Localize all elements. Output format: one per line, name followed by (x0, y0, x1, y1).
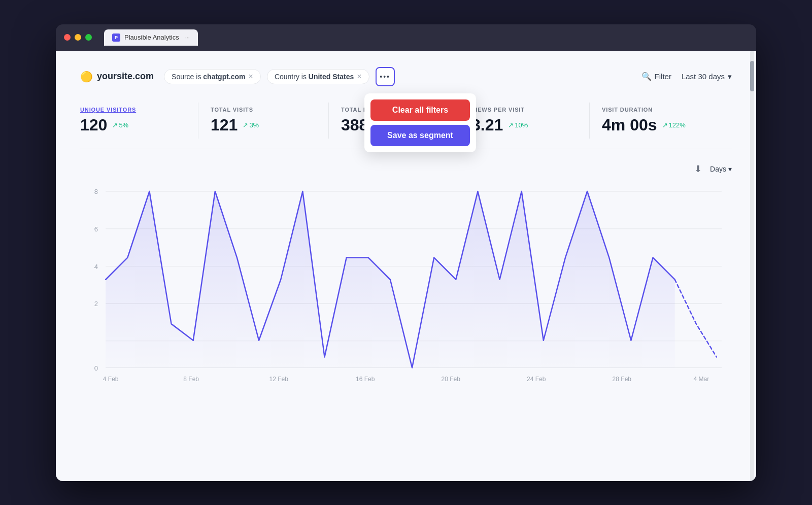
filter-button[interactable]: 🔍 Filter (641, 72, 671, 81)
stat-total-visits-change: ↗ 3% (243, 121, 259, 129)
stat-unique-visitors-change: ↗ 5% (112, 121, 128, 129)
stat-unique-visitors-value: 120 (80, 116, 107, 134)
stat-views-per-visit: VIEWS PER VISIT 3.21 ↗ 10% (471, 103, 590, 139)
svg-text:0: 0 (94, 364, 98, 372)
svg-text:4 Feb: 4 Feb (103, 375, 119, 382)
svg-text:8 Feb: 8 Feb (183, 375, 199, 382)
stat-total-visits-value-row: 121 ↗ 3% (211, 116, 316, 134)
stat-visit-duration: VISIT DURATION 4m 00s ↗ 122% (602, 103, 720, 139)
stat-total-visits-value: 121 (211, 116, 238, 134)
svg-text:8: 8 (94, 188, 98, 195)
fullscreen-button[interactable] (85, 34, 92, 41)
source-filter-label: Source is chatgpt.com (172, 73, 245, 81)
tab-favicon: P (112, 33, 120, 42)
arrow-up-icon: ↗ (112, 121, 118, 129)
popup-menu: Clear all filters Save as segment (364, 93, 476, 152)
close-button[interactable] (64, 34, 71, 41)
chevron-down-icon: ▾ (728, 72, 732, 81)
svg-text:2: 2 (94, 300, 98, 308)
stat-views-per-visit-label[interactable]: VIEWS PER VISIT (471, 107, 577, 113)
chart-wrapper: 8 6 4 2 0 4 Feb (80, 181, 732, 384)
stat-unique-visitors: UNIQUE VISITORS 120 ↗ 5% (80, 103, 198, 139)
source-filter-chip[interactable]: Source is chatgpt.com × (164, 69, 261, 84)
browser-window: P Plausible Analytics ··· 🟡 yoursite.com… (56, 24, 756, 481)
download-icon[interactable]: ⬇ (694, 163, 702, 175)
filter-button-label: Filter (655, 72, 671, 81)
chart-svg: 8 6 4 2 0 4 Feb (80, 181, 732, 384)
svg-text:24 Feb: 24 Feb (527, 375, 546, 382)
header: 🟡 yoursite.com Source is chatgpt.com × C… (80, 67, 732, 86)
save-as-segment-button[interactable]: Save as segment (370, 125, 470, 146)
main-container: 🟡 yoursite.com Source is chatgpt.com × C… (56, 51, 756, 481)
days-selector[interactable]: Days ▾ (710, 165, 732, 173)
chart-controls: ⬇ Days ▾ (80, 163, 732, 175)
stat-total-visits: TOTAL VISITS 121 ↗ 3% (211, 103, 329, 139)
stat-unique-visitors-value-row: 120 ↗ 5% (80, 116, 186, 134)
stat-views-per-visit-value: 3.21 (471, 116, 503, 134)
header-right: 🔍 Filter Last 30 days ▾ (641, 72, 732, 81)
arrow-up-icon: ↗ (662, 121, 668, 129)
stat-unique-visitors-label[interactable]: UNIQUE VISITORS (80, 107, 186, 113)
minimize-button[interactable] (75, 34, 81, 41)
more-filters-button[interactable]: ••• (376, 67, 395, 86)
tab-close-icon[interactable]: ··· (185, 35, 190, 41)
arrow-up-icon: ↗ (508, 121, 514, 129)
browser-tab[interactable]: P Plausible Analytics ··· (104, 29, 198, 46)
date-range-label: Last 30 days (682, 72, 725, 81)
svg-text:20 Feb: 20 Feb (442, 375, 461, 382)
browser-content: 🟡 yoursite.com Source is chatgpt.com × C… (56, 51, 756, 481)
days-label: Days (710, 165, 726, 173)
chevron-down-icon: ▾ (728, 165, 732, 173)
stat-views-per-visit-change: ↗ 10% (508, 121, 528, 129)
svg-text:4: 4 (94, 262, 98, 270)
site-name-text: yoursite.com (97, 71, 154, 82)
svg-text:16 Feb: 16 Feb (356, 375, 375, 382)
scrollbar-thumb[interactable] (750, 61, 754, 91)
browser-titlebar: P Plausible Analytics ··· (56, 24, 756, 51)
search-icon: 🔍 (641, 72, 652, 81)
tab-title: Plausible Analytics (124, 33, 179, 41)
svg-text:12 Feb: 12 Feb (269, 375, 288, 382)
traffic-lights (64, 34, 92, 41)
stat-visit-duration-change: ↗ 122% (662, 121, 686, 129)
site-name: 🟡 yoursite.com (80, 71, 154, 83)
more-filters-icon: ••• (380, 73, 390, 81)
scrollbar[interactable] (750, 51, 754, 481)
country-filter-label: Country is United States (275, 73, 354, 81)
source-filter-close-icon[interactable]: × (249, 73, 253, 81)
svg-text:28 Feb: 28 Feb (613, 375, 632, 382)
stat-visit-duration-label[interactable]: VISIT DURATION (602, 107, 707, 113)
stat-total-visits-label[interactable]: TOTAL VISITS (211, 107, 316, 113)
stat-visit-duration-value: 4m 00s (602, 116, 657, 134)
arrow-up-icon: ↗ (243, 121, 248, 129)
svg-text:6: 6 (94, 225, 98, 232)
date-range-button[interactable]: Last 30 days ▾ (682, 72, 732, 81)
clear-all-filters-button[interactable]: Clear all filters (370, 99, 470, 121)
stat-views-per-visit-value-row: 3.21 ↗ 10% (471, 116, 577, 134)
country-filter-close-icon[interactable]: × (357, 73, 361, 81)
country-filter-chip[interactable]: Country is United States × (267, 69, 369, 84)
stat-visit-duration-value-row: 4m 00s ↗ 122% (602, 116, 707, 134)
svg-text:4 Mar: 4 Mar (693, 375, 709, 382)
site-icon: 🟡 (80, 71, 93, 83)
